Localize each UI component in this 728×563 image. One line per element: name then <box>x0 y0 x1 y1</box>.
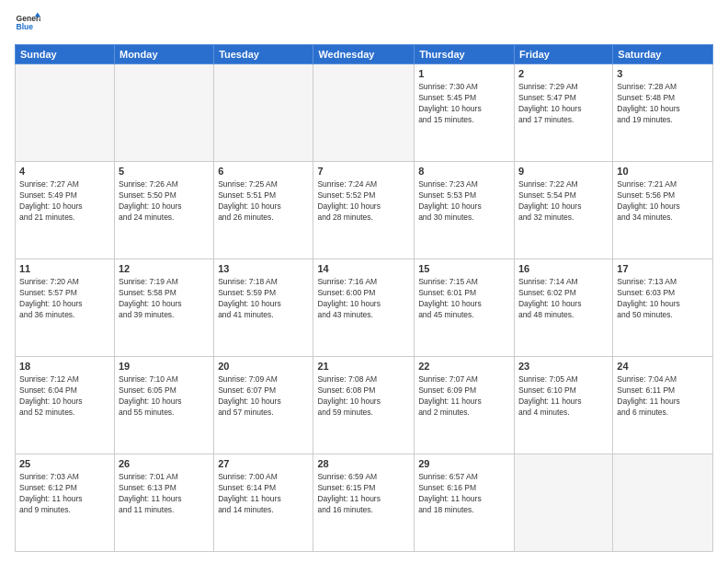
calendar-cell <box>114 64 213 162</box>
day-info: Sunrise: 7:14 AMSunset: 6:02 PMDaylight:… <box>518 277 609 321</box>
calendar-table: SundayMondayTuesdayWednesdayThursdayFrid… <box>15 44 713 552</box>
calendar-cell: 4Sunrise: 7:27 AMSunset: 5:49 PMDaylight… <box>16 162 115 259</box>
day-info: Sunrise: 7:04 AMSunset: 6:11 PMDaylight:… <box>617 374 709 419</box>
logo: General Blue <box>15 11 40 37</box>
day-info: Sunrise: 7:00 AMSunset: 6:14 PMDaylight:… <box>218 472 309 516</box>
day-info: Sunrise: 6:59 AMSunset: 6:15 PMDaylight:… <box>317 472 410 516</box>
day-number: 11 <box>19 262 110 276</box>
weekday-header-monday: Monday <box>114 45 213 64</box>
day-number: 28 <box>317 457 410 471</box>
day-info: Sunrise: 7:26 AMSunset: 5:50 PMDaylight:… <box>119 179 210 224</box>
weekday-header-saturday: Saturday <box>613 45 713 64</box>
day-info: Sunrise: 6:57 AMSunset: 6:16 PMDaylight:… <box>418 472 510 516</box>
day-number: 4 <box>19 165 110 178</box>
calendar-week-5: 25Sunrise: 7:03 AMSunset: 6:12 PMDayligh… <box>16 454 713 552</box>
day-info: Sunrise: 7:16 AMSunset: 6:00 PMDaylight:… <box>317 277 410 321</box>
day-info: Sunrise: 7:28 AMSunset: 5:48 PMDaylight:… <box>617 82 709 126</box>
day-number: 8 <box>418 165 510 178</box>
day-number: 18 <box>19 360 110 373</box>
calendar-week-3: 11Sunrise: 7:20 AMSunset: 5:57 PMDayligh… <box>16 259 713 357</box>
calendar-cell: 10Sunrise: 7:21 AMSunset: 5:56 PMDayligh… <box>613 162 713 259</box>
calendar-cell: 11Sunrise: 7:20 AMSunset: 5:57 PMDayligh… <box>16 259 115 357</box>
calendar-cell: 21Sunrise: 7:08 AMSunset: 6:08 PMDayligh… <box>313 357 415 454</box>
day-info: Sunrise: 7:19 AMSunset: 5:58 PMDaylight:… <box>119 277 210 321</box>
calendar-cell: 25Sunrise: 7:03 AMSunset: 6:12 PMDayligh… <box>16 454 115 552</box>
day-info: Sunrise: 7:22 AMSunset: 5:54 PMDaylight:… <box>518 179 609 224</box>
calendar-cell: 28Sunrise: 6:59 AMSunset: 6:15 PMDayligh… <box>313 454 415 552</box>
day-info: Sunrise: 7:29 AMSunset: 5:47 PMDaylight:… <box>518 82 609 126</box>
day-info: Sunrise: 7:01 AMSunset: 6:13 PMDaylight:… <box>119 472 210 516</box>
day-number: 13 <box>218 262 309 276</box>
calendar-cell: 9Sunrise: 7:22 AMSunset: 5:54 PMDaylight… <box>514 162 612 259</box>
calendar-cell: 26Sunrise: 7:01 AMSunset: 6:13 PMDayligh… <box>114 454 213 552</box>
day-number: 27 <box>218 457 309 471</box>
calendar-week-2: 4Sunrise: 7:27 AMSunset: 5:49 PMDaylight… <box>16 162 713 259</box>
day-info: Sunrise: 7:21 AMSunset: 5:56 PMDaylight:… <box>617 179 709 224</box>
calendar-cell: 18Sunrise: 7:12 AMSunset: 6:04 PMDayligh… <box>16 357 115 454</box>
day-info: Sunrise: 7:30 AMSunset: 5:45 PMDaylight:… <box>418 82 510 126</box>
calendar-cell: 8Sunrise: 7:23 AMSunset: 5:53 PMDaylight… <box>415 162 515 259</box>
calendar-cell: 24Sunrise: 7:04 AMSunset: 6:11 PMDayligh… <box>613 357 713 454</box>
calendar-cell: 7Sunrise: 7:24 AMSunset: 5:52 PMDaylight… <box>313 162 415 259</box>
day-number: 2 <box>518 67 609 81</box>
weekday-header-thursday: Thursday <box>415 45 515 64</box>
day-info: Sunrise: 7:12 AMSunset: 6:04 PMDaylight:… <box>19 374 110 419</box>
day-number: 9 <box>518 165 609 178</box>
weekday-header-sunday: Sunday <box>16 45 115 64</box>
svg-text:Blue: Blue <box>17 22 34 31</box>
day-info: Sunrise: 7:18 AMSunset: 5:59 PMDaylight:… <box>218 277 309 321</box>
calendar-cell: 23Sunrise: 7:05 AMSunset: 6:10 PMDayligh… <box>514 357 612 454</box>
weekday-header-row: SundayMondayTuesdayWednesdayThursdayFrid… <box>16 45 713 64</box>
calendar-cell: 27Sunrise: 7:00 AMSunset: 6:14 PMDayligh… <box>214 454 313 552</box>
calendar-cell: 6Sunrise: 7:25 AMSunset: 5:51 PMDaylight… <box>214 162 313 259</box>
calendar-week-4: 18Sunrise: 7:12 AMSunset: 6:04 PMDayligh… <box>16 357 713 454</box>
day-info: Sunrise: 7:24 AMSunset: 5:52 PMDaylight:… <box>317 179 410 224</box>
day-number: 26 <box>119 457 210 471</box>
day-info: Sunrise: 7:08 AMSunset: 6:08 PMDaylight:… <box>317 374 410 419</box>
day-info: Sunrise: 7:20 AMSunset: 5:57 PMDaylight:… <box>19 277 110 321</box>
day-number: 19 <box>119 360 210 373</box>
day-number: 24 <box>617 360 709 373</box>
logo-icon: General Blue <box>15 11 40 37</box>
calendar-cell: 12Sunrise: 7:19 AMSunset: 5:58 PMDayligh… <box>114 259 213 357</box>
calendar-cell: 17Sunrise: 7:13 AMSunset: 6:03 PMDayligh… <box>613 259 713 357</box>
calendar-cell: 5Sunrise: 7:26 AMSunset: 5:50 PMDaylight… <box>114 162 213 259</box>
day-number: 7 <box>317 165 410 178</box>
calendar-cell: 16Sunrise: 7:14 AMSunset: 6:02 PMDayligh… <box>514 259 612 357</box>
day-number: 1 <box>418 67 510 81</box>
day-number: 17 <box>617 262 709 276</box>
calendar-cell: 2Sunrise: 7:29 AMSunset: 5:47 PMDaylight… <box>514 64 612 162</box>
weekday-header-tuesday: Tuesday <box>214 45 313 64</box>
day-number: 21 <box>317 360 410 373</box>
day-info: Sunrise: 7:13 AMSunset: 6:03 PMDaylight:… <box>617 277 709 321</box>
day-number: 5 <box>119 165 210 178</box>
day-info: Sunrise: 7:07 AMSunset: 6:09 PMDaylight:… <box>418 374 510 419</box>
day-number: 20 <box>218 360 309 373</box>
day-info: Sunrise: 7:15 AMSunset: 6:01 PMDaylight:… <box>418 277 510 321</box>
day-number: 6 <box>218 165 309 178</box>
calendar-cell: 22Sunrise: 7:07 AMSunset: 6:09 PMDayligh… <box>415 357 515 454</box>
day-number: 22 <box>418 360 510 373</box>
calendar-cell: 15Sunrise: 7:15 AMSunset: 6:01 PMDayligh… <box>415 259 515 357</box>
day-info: Sunrise: 7:25 AMSunset: 5:51 PMDaylight:… <box>218 179 309 224</box>
calendar-cell: 1Sunrise: 7:30 AMSunset: 5:45 PMDaylight… <box>415 64 515 162</box>
calendar-cell: 3Sunrise: 7:28 AMSunset: 5:48 PMDaylight… <box>613 64 713 162</box>
calendar-cell <box>214 64 313 162</box>
calendar-cell <box>313 64 415 162</box>
calendar-cell <box>16 64 115 162</box>
day-info: Sunrise: 7:03 AMSunset: 6:12 PMDaylight:… <box>19 472 110 516</box>
day-number: 3 <box>617 67 709 81</box>
weekday-header-wednesday: Wednesday <box>313 45 415 64</box>
day-number: 23 <box>518 360 609 373</box>
day-number: 29 <box>418 457 510 471</box>
calendar-cell <box>514 454 612 552</box>
day-info: Sunrise: 7:09 AMSunset: 6:07 PMDaylight:… <box>218 374 309 419</box>
page: General Blue SundayMondayTuesdayWednesda… <box>0 0 728 563</box>
calendar-cell: 29Sunrise: 6:57 AMSunset: 6:16 PMDayligh… <box>415 454 515 552</box>
calendar-cell: 14Sunrise: 7:16 AMSunset: 6:00 PMDayligh… <box>313 259 415 357</box>
header: General Blue <box>15 11 713 37</box>
day-info: Sunrise: 7:23 AMSunset: 5:53 PMDaylight:… <box>418 179 510 224</box>
day-number: 25 <box>19 457 110 471</box>
calendar-cell: 19Sunrise: 7:10 AMSunset: 6:05 PMDayligh… <box>114 357 213 454</box>
day-number: 15 <box>418 262 510 276</box>
